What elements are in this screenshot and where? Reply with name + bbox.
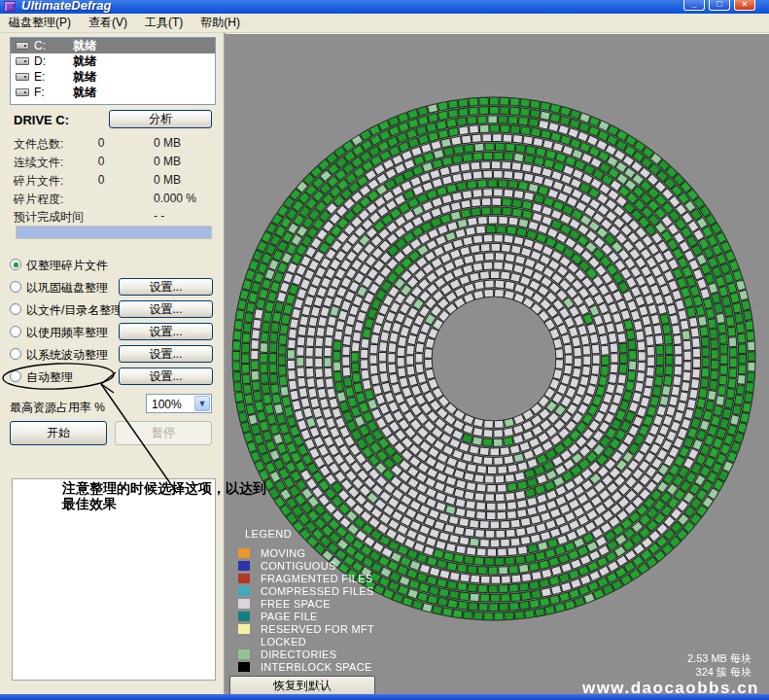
- page-file-swatch-icon: [238, 612, 250, 621]
- stat-fragmentation-level: 碎片程度: 0.000 %: [0, 192, 226, 207]
- analyze-button[interactable]: 分析: [109, 110, 212, 128]
- control-panel: C: 就绪 D: 就绪 E: 就绪 F: 就绪 DRIVE C: 分析 文件总数…: [0, 33, 226, 700]
- pause-button: 暂停: [115, 421, 212, 445]
- window-bottom-border: [0, 694, 769, 700]
- settings-button-volatility[interactable]: 设置...: [119, 345, 213, 363]
- drive-row-e[interactable]: E: 就绪: [11, 69, 215, 85]
- menu-bar: 磁盘整理(P) 查看(V) 工具(T) 帮助(H): [0, 14, 769, 33]
- radio-icon[interactable]: [10, 326, 21, 337]
- disk-view: LEGEND MOVING CONTIGUOUS FRAGMENTED FILE…: [226, 33, 769, 700]
- stat-estimated-time: 预计完成时间 - -: [0, 209, 226, 225]
- settings-button-consolidate[interactable]: 设置...: [119, 278, 213, 296]
- menu-view[interactable]: 查看(V): [80, 13, 136, 33]
- minimize-button[interactable]: _: [683, 0, 705, 11]
- compressed-swatch-icon: [238, 586, 250, 596]
- option-defrag-fragmented-only[interactable]: 仅整理碎片文件: [0, 258, 226, 273]
- legend-title: LEGEND: [245, 528, 292, 540]
- drive-status: 就绪: [73, 38, 96, 53]
- drive-status: 就绪: [73, 85, 96, 100]
- chevron-down-icon[interactable]: ▼: [194, 396, 210, 411]
- log-panel: [12, 478, 216, 681]
- radio-icon[interactable]: [10, 259, 21, 270]
- radio-icon[interactable]: [10, 303, 21, 315]
- drive-list: C: 就绪 D: 就绪 E: 就绪 F: 就绪: [10, 37, 216, 105]
- drive-row-c[interactable]: C: 就绪: [11, 38, 215, 53]
- radio-icon[interactable]: [10, 348, 21, 360]
- drive-icon: [16, 42, 29, 50]
- stat-fragmented-files: 碎片文件: 0 0 MB: [0, 173, 226, 189]
- interblock-swatch-icon: [238, 662, 250, 672]
- stat-contiguous-files: 连续文件: 0 0 MB: [0, 155, 226, 170]
- fragmented-swatch-icon: [238, 574, 250, 583]
- block-size-label: 2.53 MB 每块: [687, 651, 752, 666]
- stat-total-files: 文件总数: 0 0 MB: [0, 136, 226, 152]
- settings-button-usage[interactable]: 设置...: [119, 323, 213, 340]
- drive-status: 就绪: [73, 69, 96, 85]
- settings-button-filename[interactable]: 设置...: [119, 300, 213, 318]
- restore-defaults-button[interactable]: 恢复到默认: [229, 676, 375, 696]
- resource-usage-select[interactable]: 100% ▼: [146, 394, 212, 413]
- window-title: UltimateDefrag: [21, 0, 111, 13]
- contiguous-swatch-icon: [238, 561, 250, 571]
- drive-row-d[interactable]: D: 就绪: [11, 53, 215, 69]
- close-button[interactable]: ×: [734, 0, 755, 11]
- drive-row-f[interactable]: F: 就绪: [11, 85, 215, 100]
- resource-usage-label: 最高资源占用率 %: [10, 400, 105, 416]
- drive-icon: [16, 57, 29, 65]
- directories-swatch-icon: [238, 649, 250, 659]
- selected-drive-label: DRIVE C:: [14, 113, 69, 127]
- locked-swatch-icon: [238, 637, 250, 647]
- drive-icon: [16, 73, 29, 81]
- maximize-button[interactable]: □: [709, 0, 730, 11]
- drive-status: 就绪: [73, 53, 96, 69]
- settings-button-auto[interactable]: 设置...: [119, 368, 213, 385]
- start-button[interactable]: 开始: [10, 421, 107, 445]
- menu-tools[interactable]: 工具(T): [136, 13, 192, 33]
- drive-icon: [16, 88, 29, 96]
- progress-bar: [16, 226, 212, 239]
- menu-help[interactable]: 帮助(H): [192, 13, 249, 33]
- menu-defrag[interactable]: 磁盘整理(P): [0, 13, 80, 33]
- radio-icon[interactable]: [10, 281, 21, 293]
- moving-swatch-icon: [238, 548, 250, 558]
- title-bar: UltimateDefrag _ □ ×: [0, 0, 769, 14]
- app-icon: [4, 1, 16, 12]
- free-space-swatch-icon: [238, 599, 250, 609]
- reserved-mft-swatch-icon: [238, 624, 250, 634]
- radio-icon[interactable]: [10, 370, 21, 382]
- cluster-size-label: 324 簇 每块: [696, 665, 752, 680]
